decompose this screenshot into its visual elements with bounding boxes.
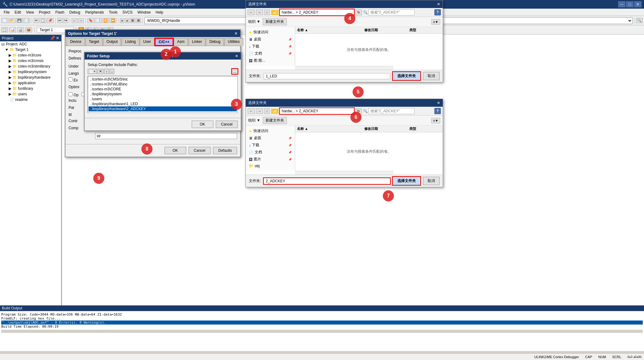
tree-cotex-stmlib[interactable]: ▶📁cotex-m3/stmlibrary — [0, 64, 61, 69]
toolbar-bk2[interactable]: 📑 — [95, 18, 102, 23]
fp-bot-cancel-btn[interactable]: 取消 — [423, 177, 440, 185]
fp-top-back[interactable]: ← — [248, 10, 255, 15]
fp-top-close[interactable]: ✕ — [437, 2, 440, 6]
tab-utilities[interactable]: Utilities — [224, 38, 243, 46]
tree-application[interactable]: ▶📁application — [0, 80, 61, 86]
fp-bot-view-select[interactable]: ≡▼ — [431, 118, 440, 123]
fp-bot-sidebar-download[interactable]: ↓ 下载 📌 — [248, 142, 293, 149]
fp-top-select-btn[interactable]: 选择文件夹 — [393, 72, 420, 80]
fp-top-view-select[interactable]: ≡▼ — [431, 19, 440, 25]
fp-bot-fwd[interactable]: → — [256, 108, 263, 114]
fp-top-fwd[interactable]: → — [256, 10, 263, 15]
tree-bsp-system[interactable]: ▶📁bsplibrary/system — [0, 69, 61, 75]
toolbar-new[interactable]: 📄 — [1, 18, 8, 23]
maximize-button[interactable]: □ — [626, 1, 634, 7]
options-cancel-btn[interactable]: Cancel — [189, 147, 211, 154]
fp-bot-sidebar-docs[interactable]: 📄 文档 📌 — [248, 149, 293, 156]
fp-bot-up[interactable]: ↑ — [264, 108, 270, 114]
toolbar2-btn3[interactable]: 🔬 — [17, 27, 24, 32]
dialog-folder-close[interactable]: ✕ — [235, 54, 238, 58]
fp-top-sidebar-download[interactable]: ↓ 下载 📌 — [248, 43, 293, 50]
fp-bot-sidebar-pics[interactable]: 🖼 图片 📌 — [248, 156, 293, 163]
fp-bot-path[interactable]: hardw... > 2_ADCKEY — [280, 108, 354, 114]
tab-output[interactable]: Output — [103, 38, 121, 46]
toolbar-cut[interactable]: ✂ — [34, 18, 39, 23]
folder-item-2[interactable]: ..\cortex-m3\FWLIB\inc — [89, 82, 237, 87]
menu-view[interactable]: View — [23, 10, 36, 15]
panel-close[interactable]: ✕ — [56, 36, 59, 40]
fp-bot-sidebar-obj[interactable]: 📁 obj — [248, 163, 293, 169]
toolbar-nav-fwd[interactable]: → — [78, 18, 84, 23]
folder-add-btn[interactable]: 📄+ — [88, 69, 97, 74]
fp-bot-select-btn[interactable]: 选择文件夹 — [393, 177, 420, 185]
tree-readme[interactable]: 📄readme — [0, 97, 61, 102]
toolbar-open[interactable]: 📂 — [9, 18, 15, 23]
fp-top-sidebar-pics[interactable]: 🖼 图 图... — [248, 57, 293, 64]
toolbar-nav-back[interactable]: ← — [72, 18, 77, 23]
folder-down-btn[interactable]: ↓ — [110, 69, 115, 74]
fp-top-sidebar-docs[interactable]: 📄 文档 📌 — [248, 50, 293, 57]
fp-top-sidebar-quickaccess[interactable]: ★ 快速访问 — [248, 29, 293, 36]
tab-user[interactable]: User — [140, 38, 154, 46]
toolbar2-btn2[interactable]: 📊 — [9, 27, 16, 32]
menu-file[interactable]: File — [1, 10, 12, 15]
folder-item-5[interactable]: ..\users — [89, 97, 237, 101]
ex-checkbox[interactable] — [69, 77, 73, 81]
build-scrollbar[interactable] — [1, 330, 643, 333]
fp-top-up[interactable]: ↑ — [264, 10, 270, 15]
toolbar2-btn1[interactable]: 📋 — [1, 27, 8, 32]
tab-asm[interactable]: Asm — [174, 38, 188, 46]
folder-item-4[interactable]: ..\bsplibrary\system — [89, 92, 237, 97]
toolbar-bookmark[interactable]: 🔖 — [87, 18, 94, 23]
options-ok-btn[interactable]: OK — [165, 147, 186, 154]
fp-bot-back[interactable]: ← — [248, 108, 255, 114]
folder-item-1[interactable]: ..\cortex-m3\CMSIS\inc — [89, 77, 237, 82]
menu-help[interactable]: Help — [153, 10, 166, 15]
fp-top-path[interactable]: hardw... > 2_ADCKEY — [280, 9, 354, 15]
menu-debug[interactable]: Debug — [67, 10, 83, 15]
tree-cotex-core[interactable]: ▶📁cotex-m3/core — [0, 52, 61, 58]
folder-ok-btn[interactable]: OK — [192, 121, 213, 128]
tab-debug[interactable]: Debug — [206, 38, 224, 46]
fp-bot-hscroll[interactable] — [295, 171, 393, 175]
fp-top-help[interactable]: ? — [434, 9, 441, 15]
options-defaults-btn[interactable]: Defaults — [213, 147, 237, 154]
tree-target[interactable]: ▼ 📁 Target 1 — [0, 47, 61, 52]
folder-delete-btn[interactable]: ✕ — [98, 69, 103, 74]
tree-users[interactable]: ▶📁users — [0, 91, 61, 97]
folder-up-btn[interactable]: ↑ — [104, 69, 109, 74]
tab-linker[interactable]: Linker — [189, 38, 206, 46]
toolbar-outdent[interactable]: ≡ — [125, 18, 129, 23]
toolbar-fmt2[interactable]: ⊞ — [136, 18, 141, 23]
fp-top-hscroll[interactable] — [295, 66, 393, 70]
folder-item-3[interactable]: ..\cortex-m3\CORE — [89, 87, 237, 92]
toolbar-bk3[interactable]: 🔀 — [102, 18, 109, 23]
panel-pin[interactable]: 📌 — [50, 36, 55, 40]
tab-cc[interactable]: C/C++ — [155, 38, 173, 46]
folder-item-6[interactable]: ..\bsplibrary\hardware\1_LED — [89, 101, 237, 106]
menu-flash[interactable]: Flash — [53, 10, 67, 15]
tree-bsp-hardware[interactable]: ▶📁bsplibrary/hardware — [0, 75, 61, 80]
str-input[interactable] — [95, 133, 237, 139]
fp-bot-sidebar-quickaccess[interactable]: ★ 快速访问 — [248, 127, 293, 134]
folder-item-7[interactable]: ..\bsplibrary\hardware\2_ADCKEY — [89, 106, 237, 111]
menu-project[interactable]: Project — [36, 10, 53, 15]
fp-bot-close[interactable]: ✕ — [437, 101, 440, 105]
fp-top-search[interactable] — [368, 9, 415, 15]
toolbar2-btn4[interactable]: 📦 — [25, 27, 32, 32]
folder-dots-btn[interactable]: ... — [232, 69, 238, 74]
toolbar-undo[interactable]: ↩ — [57, 18, 62, 23]
menu-window[interactable]: Window — [135, 10, 153, 15]
toolbar-paste[interactable]: 📌 — [47, 18, 54, 23]
close-button[interactable]: ✕ — [634, 1, 642, 7]
toolbar-fmt1[interactable]: ⊞ — [130, 18, 135, 23]
minimize-button[interactable]: ─ — [618, 1, 625, 7]
toolbar-save[interactable]: 💾 — [16, 18, 23, 23]
toolbar-redo[interactable]: ↪ — [63, 18, 68, 23]
op-checkbox[interactable] — [69, 92, 73, 96]
toolbar-bk4[interactable]: ⏩ — [110, 18, 116, 23]
fp-top-refresh[interactable]: ↻ — [355, 10, 362, 15]
tree-cotex-cmsis[interactable]: ▶📁cotex-m3/cmsis — [0, 58, 61, 64]
toolbar-save-all[interactable]: 📑 — [23, 18, 30, 23]
fp-top-filename-input[interactable] — [264, 73, 390, 79]
